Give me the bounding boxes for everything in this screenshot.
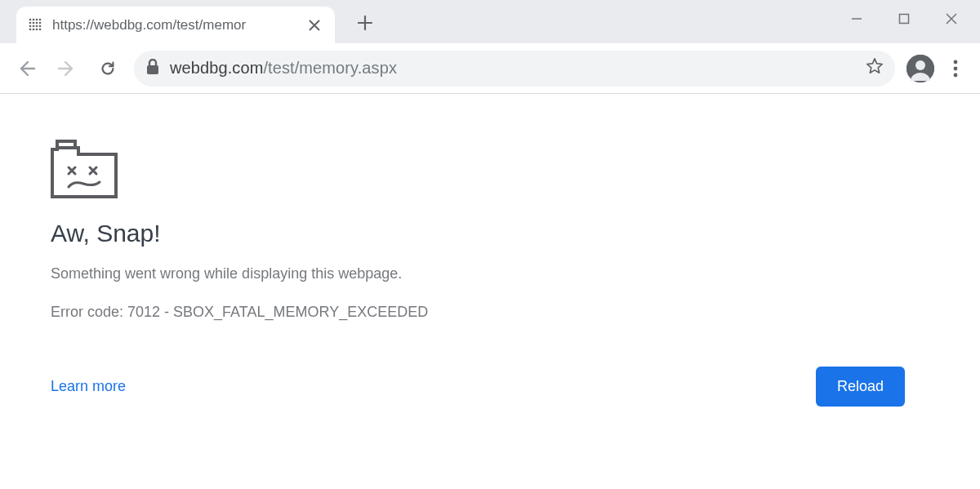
reload-button[interactable]: Reload (816, 367, 905, 407)
forward-button[interactable] (49, 51, 85, 87)
svg-point-22 (954, 73, 958, 77)
tab-favicon (28, 17, 44, 33)
error-footer: Learn more Reload (51, 367, 929, 407)
svg-point-15 (39, 28, 42, 30)
svg-point-8 (29, 24, 32, 27)
address-path: /test/memory.aspx (263, 59, 397, 77)
reload-toolbar-button[interactable] (90, 51, 126, 87)
address-host: webdbg.com (170, 59, 263, 77)
svg-point-20 (954, 60, 958, 64)
dead-folder-icon (51, 140, 121, 202)
svg-point-19 (915, 60, 925, 70)
browser-tab[interactable]: https://webdbg.com/test/memor (16, 7, 335, 43)
svg-point-13 (33, 28, 35, 30)
learn-more-link[interactable]: Learn more (51, 378, 126, 395)
error-title: Aw, Snap! (51, 220, 929, 247)
svg-point-9 (33, 24, 35, 27)
address-bar[interactable]: webdbg.com/test/memory.aspx (134, 51, 895, 87)
svg-point-4 (29, 21, 32, 24)
svg-point-11 (39, 24, 42, 27)
profile-avatar[interactable] (906, 55, 934, 82)
error-subtitle: Something went wrong while displaying th… (51, 265, 929, 282)
svg-point-7 (39, 21, 42, 24)
svg-point-21 (954, 66, 958, 70)
new-tab-button[interactable] (346, 4, 384, 42)
window-controls (833, 0, 975, 38)
svg-rect-17 (147, 65, 158, 74)
page-content: Aw, Snap! Something went wrong while dis… (0, 94, 980, 452)
browser-titlebar: https://webdbg.com/test/memor (0, 0, 980, 43)
back-button[interactable] (8, 51, 44, 87)
svg-rect-16 (900, 15, 909, 24)
lock-icon (145, 59, 160, 78)
kebab-menu-button[interactable] (939, 52, 972, 85)
svg-point-0 (29, 18, 32, 20)
browser-toolbar: webdbg.com/test/memory.aspx (0, 43, 980, 94)
window-close-button[interactable] (928, 0, 975, 38)
svg-point-12 (29, 28, 32, 30)
svg-point-3 (39, 18, 42, 20)
tab-title: https://webdbg.com/test/memor (52, 17, 297, 33)
svg-point-14 (36, 28, 38, 30)
bookmark-star-icon[interactable] (866, 57, 884, 80)
window-minimize-button[interactable] (833, 0, 880, 38)
address-text: webdbg.com/test/memory.aspx (170, 59, 856, 78)
tab-close-button[interactable] (305, 16, 323, 34)
error-code: Error code: 7012 - SBOX_FATAL_MEMORY_EXC… (51, 304, 929, 321)
svg-point-5 (33, 21, 35, 24)
svg-point-1 (33, 18, 35, 20)
svg-point-10 (36, 24, 38, 27)
svg-point-2 (36, 18, 38, 20)
window-maximize-button[interactable] (880, 0, 928, 38)
svg-point-6 (36, 21, 38, 24)
